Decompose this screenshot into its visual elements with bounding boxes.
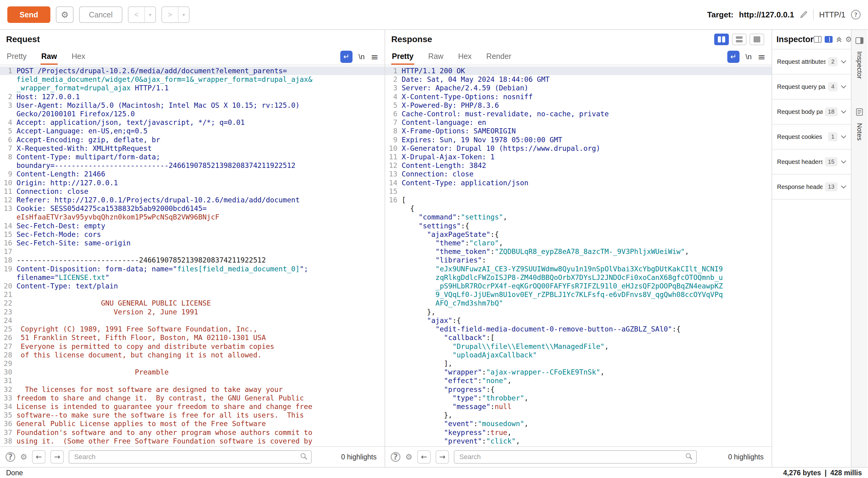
wrap-toggle-button[interactable]: ↵	[340, 51, 352, 63]
section-label: Request body parameters	[777, 108, 823, 115]
section-label: Request query parameters	[777, 83, 826, 90]
line-number	[385, 221, 402, 230]
request-title: Request	[6, 34, 40, 44]
chevron-down-icon	[841, 83, 846, 89]
help-icon[interactable]: ?	[851, 10, 861, 20]
line-number	[385, 368, 402, 376]
inspector-section-request-cookies[interactable]: Request cookies1	[772, 124, 851, 150]
line-number: 15	[385, 187, 402, 196]
newline-toggle-button[interactable]: \n	[359, 53, 365, 61]
toolbar-left: Send ⚙ Cancel < ▾ > ▾	[7, 6, 189, 23]
chevron-down-icon[interactable]: ▾	[145, 7, 155, 22]
editor-menu-button[interactable]: ≡	[371, 52, 378, 62]
search-icon	[301, 453, 306, 458]
line-number: 32	[0, 385, 17, 394]
tab-notes-vertical[interactable]: Notes	[856, 123, 863, 141]
inspector-dock-button[interactable]	[814, 36, 822, 43]
inspector-settings-button[interactable]: ⚙	[845, 35, 852, 43]
collapse-all-button[interactable]	[836, 36, 842, 43]
tab-raw[interactable]: Raw	[428, 49, 444, 65]
request-editor[interactable]: 1POST /Projects/drupal-10.2.6/media/add/…	[0, 65, 384, 446]
code-line: "libraries":	[385, 256, 772, 264]
tab-pretty[interactable]: Pretty	[6, 49, 27, 65]
search-settings-gear-icon[interactable]: ⚙	[20, 452, 27, 461]
prev-match-button[interactable]: ←	[417, 450, 431, 464]
line-number	[385, 239, 402, 247]
status-text: Done	[6, 469, 23, 477]
search-input[interactable]	[454, 450, 697, 464]
inspector-section-request-query-parameters[interactable]: Request query parameters4	[772, 74, 851, 99]
line-number	[385, 359, 402, 368]
notes-button[interactable]	[856, 108, 863, 116]
line-number	[385, 419, 402, 428]
search-input[interactable]	[69, 450, 312, 464]
edit-target-button[interactable]	[800, 11, 808, 19]
inspector-dock-active-button[interactable]	[825, 36, 833, 43]
code-line: 11X-Drupal-Ajax-Token: 1	[385, 153, 772, 161]
code-line: AFQ_c7md3shm7bQ"	[385, 299, 772, 307]
section-count-badge: 4	[828, 82, 837, 91]
code-line: "type":"throbber",	[385, 394, 772, 402]
code-line: "ajax":{	[385, 316, 772, 325]
send-button[interactable]: Send	[7, 6, 50, 23]
tab-inspector-vertical[interactable]: Inspector	[856, 51, 863, 79]
line-number	[385, 351, 402, 359]
line-number	[385, 333, 402, 342]
request-tabs-row: PrettyRawHex ↵ \n ≡	[0, 49, 384, 65]
search-help-icon[interactable]: ?	[391, 452, 400, 462]
line-number: 1	[0, 66, 17, 75]
tab-render[interactable]: Render	[486, 49, 512, 65]
layout-columns-button[interactable]	[714, 34, 729, 45]
inspector-section-request-attributes[interactable]: Request attributes2	[772, 50, 851, 74]
next-request-button[interactable]: >	[162, 7, 179, 22]
next-match-button[interactable]: →	[50, 450, 64, 464]
section-count-badge: 13	[825, 182, 837, 191]
section-count-badge: 1	[828, 132, 837, 141]
send-settings-button[interactable]: ⚙	[56, 6, 73, 23]
prev-request-button[interactable]: <	[128, 7, 145, 22]
line-number: 18	[0, 256, 17, 264]
prev-match-button[interactable]: ←	[32, 450, 45, 464]
line-number	[0, 213, 17, 221]
main-area: Request PrettyRawHex ↵ \n ≡ 1POST /Proje…	[0, 30, 868, 467]
layout-rows-button[interactable]	[732, 34, 747, 45]
chevron-down-icon[interactable]: ▾	[179, 7, 189, 22]
dock-panel-button[interactable]	[856, 37, 863, 44]
tab-hex[interactable]: Hex	[458, 49, 472, 65]
wrap-toggle-button[interactable]: ↵	[727, 51, 740, 63]
line-number	[385, 273, 402, 282]
response-panel: Response PrettyRawHexRender ↵ \n ≡ 1HTTP…	[385, 30, 772, 467]
code-line: "keypress":true,	[385, 428, 772, 437]
request-editor-tools: ↵ \n ≡	[340, 49, 378, 65]
response-editor[interactable]: 1HTTP/1.1 200 OK2Date: Sat, 04 May 2024 …	[385, 65, 772, 446]
next-match-button[interactable]: →	[436, 450, 449, 464]
code-line: ],	[385, 359, 772, 368]
request-panel-header: Request	[0, 30, 384, 49]
chevron-down-icon	[841, 158, 846, 163]
inspector-section-response-headers[interactable]: Response headers13	[772, 175, 851, 200]
line-number	[385, 282, 402, 290]
cancel-button[interactable]: Cancel	[79, 6, 122, 23]
tab-hex[interactable]: Hex	[71, 49, 86, 65]
layout-single-button[interactable]	[750, 34, 764, 45]
line-number: 2	[385, 75, 402, 84]
line-number: 22	[0, 299, 17, 307]
line-number	[385, 265, 402, 273]
line-number: 38	[0, 437, 17, 445]
tab-pretty[interactable]: Pretty	[391, 49, 414, 65]
search-settings-gear-icon[interactable]: ⚙	[405, 452, 412, 461]
code-line: field_media_document/widget/0&ajax_form=…	[0, 75, 384, 84]
code-line: 8Content-Type: multipart/form-data;	[0, 153, 384, 161]
layout-single-icon	[753, 36, 760, 42]
editor-menu-button[interactable]: ≡	[758, 52, 766, 62]
search-help-icon[interactable]: ?	[5, 452, 15, 462]
inspector-section-request-body-parameters[interactable]: Request body parameters18	[772, 99, 851, 124]
line-number: 36	[0, 419, 17, 428]
response-size: 4,276 bytes	[783, 469, 821, 477]
code-line: 4Accept: application/json, text/javascri…	[0, 118, 384, 127]
newline-toggle-button[interactable]: \n	[746, 53, 752, 61]
line-number: 9	[0, 170, 17, 178]
line-number	[385, 428, 402, 437]
tab-raw[interactable]: Raw	[40, 49, 57, 65]
inspector-section-request-headers[interactable]: Request headers15	[772, 150, 851, 175]
